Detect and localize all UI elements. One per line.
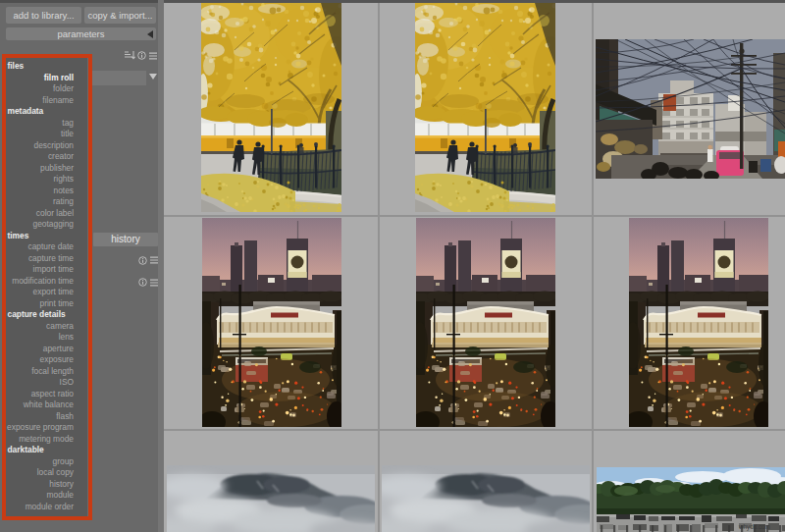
svg-text:whydd.com: whydd.com: [738, 523, 770, 531]
